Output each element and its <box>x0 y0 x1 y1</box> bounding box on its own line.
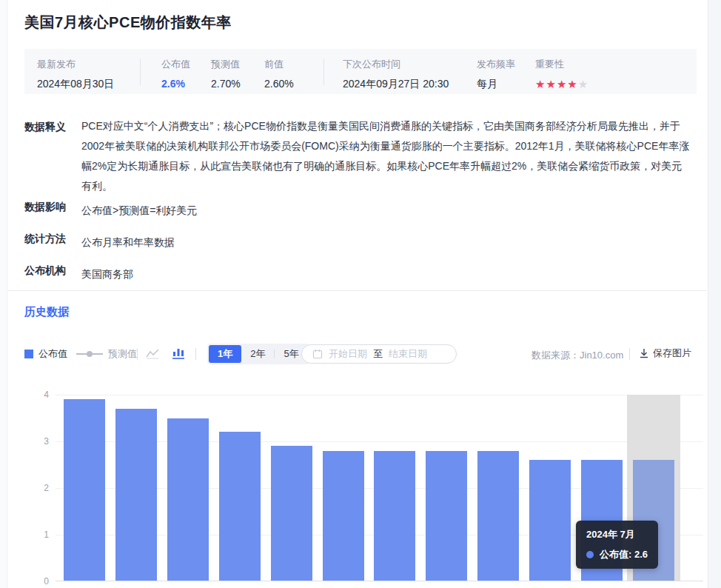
latest-label: 最新发布 <box>37 58 114 71</box>
summary-forecast: 预测值 2.70% <box>211 58 241 90</box>
legend-forecast-label: 预测值 <box>108 347 137 361</box>
summary-previous: 前值 2.60% <box>264 58 294 90</box>
tooltip-title: 2024年 7月 <box>586 528 648 541</box>
page-title: 美国7月核心PCE物价指数年率 <box>24 13 232 33</box>
latest-value: 2024年08月30日 <box>37 78 114 91</box>
bar[interactable] <box>64 399 105 581</box>
detail-label-impact: 数据影响 <box>24 201 81 214</box>
detail-label-definition: 数据释义 <box>24 121 81 134</box>
bar[interactable] <box>219 432 261 581</box>
y-tick-label: 1 <box>30 529 49 540</box>
summary-importance: 重要性 ★★★★★ <box>535 58 588 91</box>
detail-text-impact: 公布值>预测值=利好美元 <box>81 201 690 221</box>
scrollbar-track[interactable] <box>708 0 721 588</box>
next-time-label: 下次公布时间 <box>343 58 449 71</box>
line-chart-toggle[interactable] <box>144 347 161 361</box>
bar[interactable] <box>477 451 519 581</box>
star-filled-icon: ★ <box>557 78 567 90</box>
importance-label: 重要性 <box>535 58 588 71</box>
frequency-label: 发布频率 <box>477 58 515 71</box>
detail-text-method: 公布月率和年率数据 <box>81 233 690 253</box>
legend-forecast[interactable]: 预测值 <box>76 347 137 361</box>
bar[interactable] <box>271 446 312 581</box>
legend-published-label: 公布值 <box>38 347 67 361</box>
summary-panel: 最新发布 2024年08月30日 公布值 2.6% 预测值 2.70% 前值 2… <box>24 49 697 94</box>
range-tab-2y[interactable]: 2年 <box>241 345 274 363</box>
bar[interactable] <box>529 460 571 581</box>
next-time-value: 2024年09月27日 20:30 <box>343 78 449 91</box>
star-empty-icon: ★ <box>578 78 588 90</box>
section-divider <box>8 290 707 291</box>
y-tick-label: 3 <box>30 436 49 447</box>
detail-label-method: 统计方法 <box>24 233 81 246</box>
history-heading: 历史数据 <box>24 305 69 319</box>
forecast-value: 2.70% <box>211 78 241 90</box>
detail-text-definition: PCE对应中文“个人消费支出”；核心PCE物价指数是衡量美国民间消费通胀的关键指… <box>81 116 690 196</box>
bar-chart-icon <box>171 347 186 360</box>
star-filled-icon: ★ <box>567 78 577 90</box>
bar[interactable] <box>167 418 209 581</box>
range-tabs: 1年 2年 5年 <box>207 344 309 364</box>
date-range-picker[interactable]: 开始日期 至 结束日期 <box>301 344 457 364</box>
download-icon <box>639 348 649 359</box>
summary-divider <box>140 59 141 85</box>
importance-stars: ★★★★★ <box>535 78 588 91</box>
detail-label-agency: 公布机构 <box>24 264 81 278</box>
forecast-label: 预测值 <box>211 58 241 71</box>
calendar-icon <box>312 349 323 359</box>
previous-label: 前值 <box>264 58 294 71</box>
start-date-input[interactable]: 开始日期 <box>329 347 367 361</box>
toolbar-divider <box>137 348 138 360</box>
save-image-button[interactable]: 保存图片 <box>639 347 691 360</box>
summary-frequency: 发布频率 每月 <box>477 58 515 91</box>
summary-latest: 最新发布 2024年08月30日 <box>37 58 114 91</box>
star-filled-icon: ★ <box>535 78 546 90</box>
tooltip-series-dot-icon <box>586 551 594 558</box>
published-value: 2.6% <box>161 78 190 90</box>
data-source-label: 数据来源：Jin10.com <box>531 349 623 362</box>
bar[interactable] <box>426 451 467 581</box>
range-tab-1y[interactable]: 1年 <box>209 345 241 363</box>
line-chart-icon <box>145 348 160 360</box>
bar[interactable] <box>115 409 157 581</box>
bar[interactable] <box>323 451 364 581</box>
legend-published[interactable]: 公布值 <box>24 347 67 361</box>
y-tick-label: 4 <box>30 390 49 400</box>
date-range-separator: 至 <box>373 347 383 361</box>
end-date-input[interactable]: 结束日期 <box>389 347 427 361</box>
y-tick-label: 0 <box>30 576 49 587</box>
chart-tooltip: 2024年 7月 公布值: 2.6 <box>576 521 658 569</box>
toolbar-divider <box>195 348 196 360</box>
summary-divider <box>323 59 324 85</box>
legend-square-icon <box>24 350 33 358</box>
bar-chart-toggle[interactable] <box>170 346 187 361</box>
legend-line-dot-icon <box>76 353 103 355</box>
star-filled-icon: ★ <box>546 78 556 90</box>
toolbar-divider <box>629 348 630 360</box>
bar[interactable] <box>374 451 415 581</box>
frequency-value: 每月 <box>477 78 515 91</box>
tooltip-value: 公布值: 2.6 <box>600 548 648 561</box>
summary-next-time: 下次公布时间 2024年09月27日 20:30 <box>343 58 449 91</box>
x-axis-line <box>56 581 703 581</box>
page-left-gutter <box>0 0 7 588</box>
previous-value: 2.60% <box>264 78 294 90</box>
detail-text-agency: 美国商务部 <box>81 264 690 284</box>
y-tick-label: 2 <box>30 483 49 493</box>
published-label: 公布值 <box>161 58 190 71</box>
gridline <box>56 395 703 395</box>
save-image-label: 保存图片 <box>653 347 691 360</box>
summary-published: 公布值 2.6% <box>161 58 190 90</box>
